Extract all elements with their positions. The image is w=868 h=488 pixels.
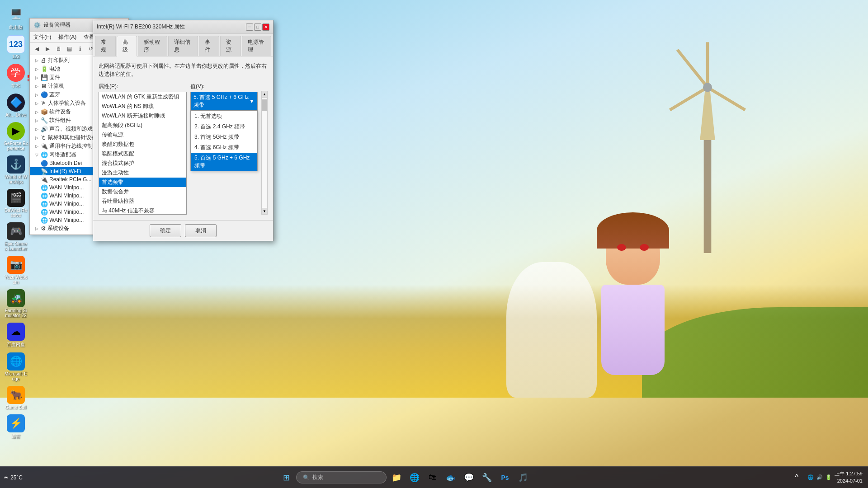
- toolbar-btn-5[interactable]: ℹ: [75, 44, 85, 54]
- windows-start-button[interactable]: ⊞: [278, 469, 294, 486]
- taskbar-photoshop[interactable]: Ps: [497, 469, 513, 486]
- taskbar-netease[interactable]: 🎵: [515, 469, 531, 486]
- toolbar-btn-4[interactable]: ▤: [64, 44, 74, 54]
- baidu-icon: ☁: [7, 323, 25, 341]
- svg-point-6: [703, 83, 712, 92]
- firmware-icon: 💾: [41, 74, 48, 81]
- taskbar-weixin[interactable]: 💬: [461, 469, 477, 486]
- sw-component-label: 软件组件: [49, 117, 71, 124]
- menu-file[interactable]: 文件(F): [30, 32, 55, 42]
- taskbar-file-explorer[interactable]: 📁: [388, 469, 405, 486]
- prop-item-mixed-mode[interactable]: 混合模式保护: [99, 159, 186, 168]
- desktop-icon-farming[interactable]: 🚜 Farming Simulator 22: [2, 287, 30, 320]
- geforce-icon: ▶: [7, 122, 25, 140]
- academic-icon: 学: [7, 64, 25, 82]
- property-list-container: 属性(P): WoWLAN 的 GTK 重新生成密钥 WoWLAN 的 NS 卸…: [99, 83, 187, 215]
- value-dropdown-header[interactable]: 5. 首选 5 GHz + 6 GHz 频带 ▼: [190, 92, 258, 111]
- desktop-icon-altdrive[interactable]: 🔷 Alt... Drive: [2, 92, 30, 119]
- windows-logo-icon: ⊞: [283, 473, 290, 483]
- value-option-2[interactable]: 2. 首选 2.4 GHz 频带: [191, 122, 257, 132]
- prop-item-coalesce[interactable]: 数据包合并: [99, 187, 186, 197]
- props-minimize-button[interactable]: ─: [246, 23, 253, 31]
- desktop-icon-gamebull[interactable]: 🐂 Game Bull: [2, 384, 30, 412]
- prop-item-40mhz[interactable]: 与 40MHz 信道不兼容: [99, 206, 186, 215]
- forward-button[interactable]: ▶: [42, 44, 52, 54]
- desktop-icon-warships[interactable]: ⚓ World of Warships: [2, 154, 30, 186]
- value-option-5[interactable]: 5. 首选 5 GHz + 6 GHz 频带: [191, 153, 257, 171]
- scrollbar-up-button[interactable]: ▲: [262, 91, 267, 98]
- search-icon: 🔍: [303, 474, 310, 481]
- desktop-icon-baidu[interactable]: ☁ 百度网盘: [2, 321, 30, 350]
- ok-button[interactable]: 确定: [150, 224, 181, 237]
- geforce-icon-label: GeForce Experience: [4, 141, 28, 151]
- expand-icon-usb: ▷: [35, 144, 41, 149]
- taskbar-store[interactable]: 🛍: [425, 469, 441, 486]
- desktop-icon-davinci[interactable]: 🎬 DaVinci Resolve: [2, 187, 30, 220]
- expand-icon-firmware: ▷: [35, 75, 41, 80]
- taskbar-fish[interactable]: 🐟: [443, 469, 459, 486]
- realtek-label: Realtek PCIe G...: [49, 176, 91, 183]
- wan5-icon: 🌐: [41, 217, 48, 224]
- prop-item-wakeup-packet[interactable]: 唤醒幻数据包: [99, 140, 186, 149]
- yuzu-icon: 📷: [7, 256, 25, 274]
- computer-dm-icon: 🖥: [41, 83, 47, 89]
- value-option-1[interactable]: 1. 无首选项: [191, 111, 257, 122]
- computer-icon: 🖥️: [7, 5, 25, 23]
- value-option-4[interactable]: 4. 首选 6GHz 频带: [191, 142, 257, 153]
- value-option-3[interactable]: 3. 首选 5GHz 频带: [191, 132, 257, 142]
- svg-line-5: [677, 50, 708, 87]
- epic-icon-label: Epic Games Launcher: [4, 241, 28, 251]
- tab-resources[interactable]: 资源: [220, 36, 241, 56]
- prop-item-power[interactable]: 传输电源: [99, 130, 186, 140]
- search-bar[interactable]: 🔍 搜索: [296, 471, 387, 483]
- prop-item-preferred-band[interactable]: 首选频带: [99, 178, 186, 187]
- prop-item-wowlan-sleep[interactable]: WoWLAN 断开连接时睡眠: [99, 111, 186, 121]
- prop-item-wakeup-pattern[interactable]: 唤醒模式匹配: [99, 149, 186, 159]
- back-button[interactable]: ◀: [32, 44, 42, 54]
- tab-advanced[interactable]: 高级: [117, 36, 137, 56]
- desktop-icon-geforce[interactable]: ▶ GeForce Experience: [2, 120, 30, 153]
- intel-wifi-icon: 📡: [41, 168, 48, 175]
- tool-icon: 🔧: [482, 473, 492, 483]
- menu-action[interactable]: 操作(A): [55, 32, 80, 42]
- davinci-icon: 🎬: [7, 189, 25, 207]
- scrollbar-down-button[interactable]: ▼: [262, 208, 267, 214]
- weather-widget[interactable]: ☀ 25°C: [4, 474, 23, 481]
- props-close-button[interactable]: ✕: [262, 23, 269, 31]
- taskbar-tool[interactable]: 🔧: [479, 469, 495, 486]
- weather-icon: ☀: [4, 474, 9, 481]
- tab-details[interactable]: 详细信息: [168, 36, 198, 56]
- volume-tray-icon: 🔊: [816, 474, 823, 480]
- tab-power[interactable]: 电源管理: [242, 36, 271, 56]
- tab-driver[interactable]: 驱动程序: [138, 36, 167, 56]
- wan2-icon: 🌐: [41, 192, 48, 199]
- desktop-icon-edge[interactable]: 🌐 Microsoft Edge: [2, 351, 30, 383]
- system-tray[interactable]: ^: [788, 469, 805, 486]
- prop-item-6ghz[interactable]: 超高频段 (6GHz): [99, 121, 186, 130]
- prop-item-throughput[interactable]: 吞吐量助推器: [99, 197, 186, 206]
- desktop-icon-academic[interactable]: 学 学术: [2, 62, 30, 91]
- cancel-button[interactable]: 取消: [185, 224, 217, 237]
- farming-icon-label: Farming Simulator 22: [4, 308, 28, 318]
- property-list-label: 属性(P):: [99, 83, 187, 90]
- clock-date: 2024-07-01: [835, 478, 863, 484]
- desktop-icon-yuzu[interactable]: 📷 Yuzu Webcam: [2, 254, 30, 286]
- desktop-icon-123[interactable]: 123 123: [2, 33, 30, 61]
- desktop-icon-epic[interactable]: 🎮 Epic Games Launcher: [2, 221, 30, 253]
- tab-events[interactable]: 事件: [199, 36, 220, 56]
- props-maximize-button[interactable]: □: [254, 23, 261, 31]
- expand-icon-sysdev: ▷: [35, 226, 41, 231]
- academic-icon-label: 学术: [11, 83, 20, 89]
- expand-icon-network: ▽: [35, 153, 41, 157]
- desktop-icon-thunder[interactable]: ⚡ 迅雷: [2, 413, 30, 441]
- desktop-icon-computer[interactable]: 🖥️ 此电脑: [2, 4, 30, 33]
- prop-item-gtk[interactable]: WoWLAN 的 GTK 重新生成密钥: [99, 92, 186, 102]
- tab-general[interactable]: 常规: [95, 36, 116, 56]
- prop-item-roaming[interactable]: 漫游主动性: [99, 168, 186, 178]
- svg-line-4: [670, 87, 708, 110]
- prop-item-ns[interactable]: WoWLAN 的 NS 卸载: [99, 102, 186, 111]
- time-display[interactable]: 上午 1:27:59 2024-07-01: [835, 470, 863, 484]
- props-scrollbar[interactable]: ▲ ▼: [261, 91, 268, 215]
- taskbar-edge[interactable]: 🌐: [406, 469, 423, 486]
- toolbar-btn-3[interactable]: 🖥: [53, 44, 63, 54]
